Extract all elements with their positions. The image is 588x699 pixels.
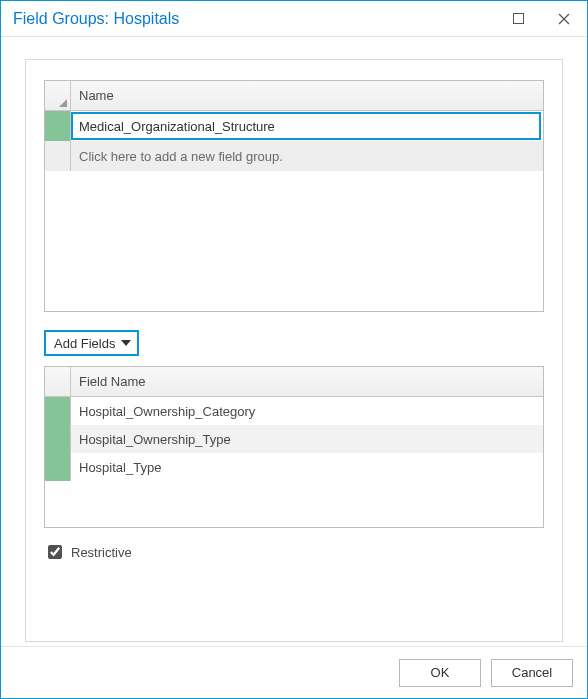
grid-body: Hospital_Ownership_Category Hospital_Own…: [45, 397, 543, 527]
table-row[interactable]: Hospital_Type: [45, 453, 543, 481]
cancel-button[interactable]: Cancel: [491, 659, 573, 687]
column-header-field-name[interactable]: Field Name: [71, 367, 543, 396]
field-name-cell: Hospital_Ownership_Type: [71, 425, 543, 453]
fields-grid: Field Name Hospital_Ownership_Category H…: [44, 366, 544, 528]
ok-button[interactable]: OK: [399, 659, 481, 687]
triangle-icon: [59, 99, 67, 107]
add-fields-wrap: Add Fields: [44, 330, 544, 356]
add-fields-dropdown[interactable]: Add Fields: [44, 330, 139, 356]
chevron-down-icon: [121, 340, 131, 346]
field-groups-grid: Name Click here to add a new field group…: [44, 80, 544, 312]
grid-header-row: Field Name: [45, 367, 543, 397]
maximize-icon: [513, 13, 524, 24]
restrictive-row: Restrictive: [44, 542, 544, 562]
row-handle[interactable]: [45, 425, 71, 453]
row-handle[interactable]: [45, 453, 71, 481]
maximize-button[interactable]: [495, 1, 541, 37]
dialog-window: Field Groups: Hospitals Name: [0, 0, 588, 699]
field-name-cell: Hospital_Type: [71, 453, 543, 481]
row-cell: [71, 111, 543, 141]
new-row-placeholder[interactable]: Click here to add a new field group.: [45, 141, 543, 171]
row-handle[interactable]: [45, 397, 71, 425]
table-row[interactable]: Hospital_Ownership_Type: [45, 425, 543, 453]
table-row[interactable]: [45, 111, 543, 141]
add-fields-label: Add Fields: [54, 336, 115, 351]
row-handle[interactable]: [45, 111, 71, 141]
close-button[interactable]: [541, 1, 587, 37]
dialog-title: Field Groups: Hospitals: [13, 10, 495, 28]
titlebar: Field Groups: Hospitals: [1, 1, 587, 37]
placeholder-text: Click here to add a new field group.: [71, 141, 543, 171]
main-panel: Name Click here to add a new field group…: [25, 59, 563, 642]
restrictive-label: Restrictive: [71, 545, 132, 560]
select-all-corner[interactable]: [45, 367, 71, 396]
dialog-footer: OK Cancel: [1, 646, 587, 698]
grid-body: Click here to add a new field group.: [45, 111, 543, 311]
select-all-corner[interactable]: [45, 81, 71, 110]
dialog-content: Name Click here to add a new field group…: [1, 37, 587, 646]
restrictive-checkbox[interactable]: [48, 545, 62, 559]
row-handle: [45, 141, 71, 171]
group-name-input[interactable]: [71, 112, 541, 140]
column-header-name[interactable]: Name: [71, 81, 543, 110]
grid-header-row: Name: [45, 81, 543, 111]
table-row[interactable]: Hospital_Ownership_Category: [45, 397, 543, 425]
close-icon: [558, 13, 570, 25]
svg-rect-0: [513, 14, 523, 24]
field-name-cell: Hospital_Ownership_Category: [71, 397, 543, 425]
